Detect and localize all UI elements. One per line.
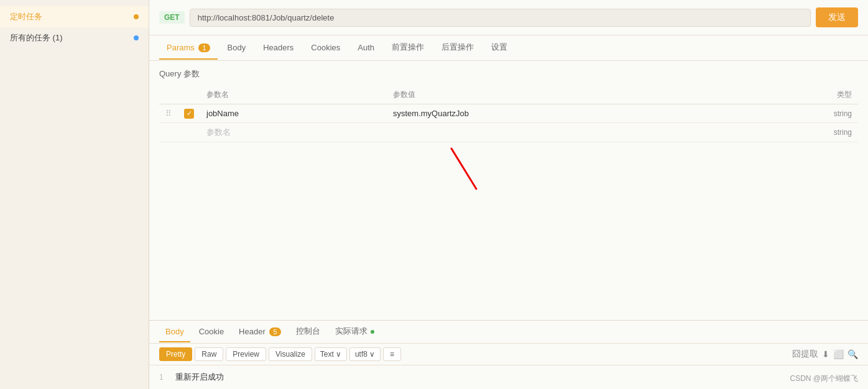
response-tab-actual-request[interactable]: 实际请求 — [329, 321, 381, 343]
response-tab-console[interactable]: 控制台 — [290, 321, 326, 343]
col-type-header: 类型 — [796, 86, 858, 104]
sidebar-dot-blue — [134, 35, 139, 40]
param-type-empty: string — [796, 122, 858, 142]
params-table: 参数名 参数值 类型 ⠿ ✓ jobName — [159, 86, 858, 142]
method-badge: GET — [159, 11, 185, 24]
checkbox-checked-icon: ✓ — [184, 109, 194, 119]
params-section: Query 参数 参数名 参数值 类型 ⠿ ✓ — [149, 61, 868, 320]
response-section: Body Cookie Header 5 控制台 实际请求 Pretty Raw… — [149, 320, 868, 389]
send-button[interactable]: 发送 — [816, 7, 858, 27]
query-section-title: Query 参数 — [159, 68, 858, 80]
tab-params[interactable]: Params 1 — [159, 37, 218, 60]
download-icon[interactable]: ⬇ — [822, 349, 829, 359]
response-tab-body[interactable]: Body — [159, 322, 190, 342]
preview-button[interactable]: Preview — [226, 347, 266, 361]
svg-line-0 — [451, 149, 476, 189]
response-tab-cookie[interactable]: Cookie — [193, 322, 230, 342]
line-number: 1 — [159, 373, 164, 382]
param-name-cell[interactable]: jobName — [200, 104, 387, 123]
param-value-empty[interactable] — [387, 122, 796, 142]
chevron-down-icon: ∨ — [369, 350, 375, 359]
green-dot-indicator — [371, 330, 374, 334]
raw-button[interactable]: Raw — [195, 347, 223, 361]
col-drag-header — [159, 86, 178, 104]
tab-cookies[interactable]: Cookies — [303, 37, 348, 60]
tab-settings[interactable]: 设置 — [484, 35, 515, 60]
watermark: CSDN @两个蝴蝶飞 — [790, 373, 858, 384]
col-check-header — [178, 86, 200, 104]
sidebar: 定时任务 所有的任务 (1) — [0, 0, 149, 389]
request-tabs: Params 1 Body Headers Cookies Auth 前置操作 … — [149, 35, 868, 61]
tab-post-action[interactable]: 后置操作 — [434, 35, 481, 60]
response-tab-header[interactable]: Header 5 — [233, 322, 287, 342]
filter-button[interactable]: ≡ — [383, 347, 401, 361]
sidebar-item-label: 定时任务 — [10, 11, 42, 22]
checkbox-cell[interactable]: ✓ — [178, 104, 200, 123]
tab-body[interactable]: Body — [220, 37, 254, 60]
sidebar-item-all-tasks[interactable]: 所有的任务 (1) — [0, 27, 149, 48]
col-value-header: 参数值 — [387, 86, 796, 104]
chevron-down-icon: ∨ — [336, 350, 341, 359]
table-row: ⠿ ✓ jobName system.myQuartzJob string — [159, 104, 858, 123]
drag-handle-empty — [159, 122, 178, 142]
tab-headers[interactable]: Headers — [256, 37, 301, 60]
params-badge: 1 — [198, 43, 210, 52]
response-content: 1 重新开启成功 — [149, 365, 868, 389]
sidebar-item-label: 所有的任务 (1) — [10, 32, 63, 43]
response-toolbar: Pretty Raw Preview Visualize Text ∨ utf8… — [149, 344, 868, 365]
col-name-header: 参数名 — [200, 86, 387, 104]
table-row-empty: 参数名 string — [159, 122, 858, 142]
response-tabs: Body Cookie Header 5 控制台 实际请求 — [149, 321, 868, 344]
response-text: 重新开启成功 — [175, 372, 224, 382]
drag-handle[interactable]: ⠿ — [159, 104, 178, 123]
encoding-dropdown[interactable]: utf8 ∨ — [349, 347, 381, 361]
tab-auth[interactable]: Auth — [350, 37, 382, 60]
main-content: GET 发送 Params 1 Body Headers Cookies Aut… — [149, 0, 868, 389]
tab-pre-action[interactable]: 前置操作 — [384, 35, 432, 60]
header-badge: 5 — [269, 327, 280, 336]
copy-icon[interactable]: ⬜ — [833, 349, 844, 359]
param-name-placeholder[interactable]: 参数名 — [200, 122, 387, 142]
annotation-area — [159, 142, 858, 192]
text-dropdown[interactable]: Text ∨ — [315, 347, 347, 361]
checkbox-empty — [178, 122, 200, 142]
drag-icon: ⠿ — [165, 109, 172, 118]
extract-label[interactable]: 囧提取 — [792, 349, 818, 360]
url-input[interactable] — [190, 9, 811, 27]
pretty-button[interactable]: Pretty — [159, 347, 192, 361]
url-bar: GET 发送 — [149, 0, 868, 35]
sidebar-item-scheduled-tasks[interactable]: 定时任务 — [0, 6, 149, 27]
param-value-cell[interactable]: system.myQuartzJob — [387, 104, 796, 123]
red-arrow-annotation — [439, 142, 489, 198]
toolbar-right: 囧提取 ⬇ ⬜ 🔍 — [792, 349, 858, 360]
search-icon[interactable]: 🔍 — [847, 349, 858, 359]
sidebar-dot-orange — [134, 14, 139, 19]
param-type-cell: string — [796, 104, 858, 123]
visualize-button[interactable]: Visualize — [269, 347, 312, 361]
